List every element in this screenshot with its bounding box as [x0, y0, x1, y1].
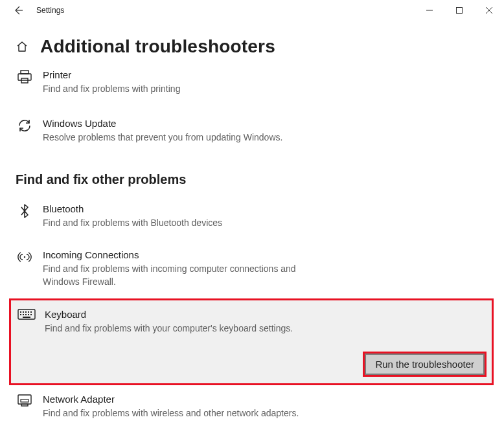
troubleshooter-title: Incoming Connections [43, 249, 488, 262]
run-troubleshooter-button[interactable]: Run the troubleshooter [363, 352, 487, 377]
troubleshooter-network-adapter[interactable]: Network Adapter Find and fix problems wi… [16, 389, 488, 426]
update-icon [16, 117, 34, 135]
svg-rect-6 [20, 311, 21, 313]
troubleshooter-bluetooth[interactable]: Bluetooth Find and fix problems with Blu… [16, 199, 488, 236]
troubleshooter-title: Printer [43, 69, 488, 82]
troubleshooter-desc: Find and fix problems with wireless and … [43, 407, 321, 420]
back-button[interactable] [9, 1, 27, 19]
troubleshooter-desc: Find and fix problems with incoming comp… [43, 262, 321, 288]
svg-point-4 [24, 256, 25, 258]
window-controls [415, 0, 504, 21]
troubleshooter-incoming-connections[interactable]: Incoming Connections Find and fix proble… [16, 245, 488, 295]
troubleshooter-windows-update[interactable]: Windows Update Resolve problems that pre… [16, 113, 488, 150]
troubleshooter-keyboard-expanded: Keyboard Find and fix problems with your… [9, 298, 494, 385]
svg-rect-18 [21, 404, 28, 406]
svg-rect-8 [25, 311, 27, 313]
window-title: Settings [36, 6, 64, 15]
minimize-button[interactable] [415, 0, 444, 21]
svg-rect-10 [30, 311, 32, 313]
svg-rect-14 [28, 314, 29, 315]
home-icon[interactable] [16, 40, 29, 53]
svg-rect-2 [18, 74, 31, 80]
troubleshooter-title: Network Adapter [43, 393, 488, 406]
svg-rect-12 [23, 314, 24, 315]
troubleshooter-desc: Find and fix problems with your computer… [45, 322, 323, 335]
maximize-button[interactable] [444, 0, 474, 21]
titlebar: Settings [0, 0, 504, 21]
troubleshooter-title: Windows Update [43, 117, 488, 130]
troubleshooter-title: Keyboard [45, 308, 487, 321]
troubleshooter-title: Bluetooth [43, 203, 488, 216]
page-header: Additional troubleshooters [16, 36, 488, 57]
svg-rect-16 [23, 317, 30, 318]
close-button[interactable] [474, 0, 504, 21]
svg-rect-0 [457, 8, 463, 14]
svg-rect-19 [21, 399, 29, 402]
svg-rect-15 [30, 314, 32, 315]
svg-rect-9 [28, 311, 29, 313]
svg-rect-7 [23, 311, 24, 313]
printer-icon [16, 69, 34, 87]
keyboard-icon [17, 308, 36, 326]
bluetooth-icon [16, 203, 34, 221]
svg-rect-1 [21, 71, 29, 74]
antenna-icon [16, 249, 34, 267]
troubleshooter-desc: Resolve problems that prevent you from u… [43, 131, 321, 144]
troubleshooter-printer[interactable]: Printer Find and fix problems with print… [16, 65, 488, 102]
svg-rect-13 [25, 314, 27, 315]
troubleshooter-keyboard[interactable]: Keyboard Find and fix problems with your… [15, 306, 487, 336]
svg-rect-11 [20, 314, 21, 315]
troubleshooter-desc: Find and fix problems with printing [43, 82, 321, 95]
section-heading: Find and fix other problems [16, 172, 488, 187]
network-adapter-icon [16, 393, 34, 411]
troubleshooter-desc: Find and fix problems with Bluetooth dev… [43, 216, 321, 229]
page-title: Additional troubleshooters [40, 36, 275, 57]
